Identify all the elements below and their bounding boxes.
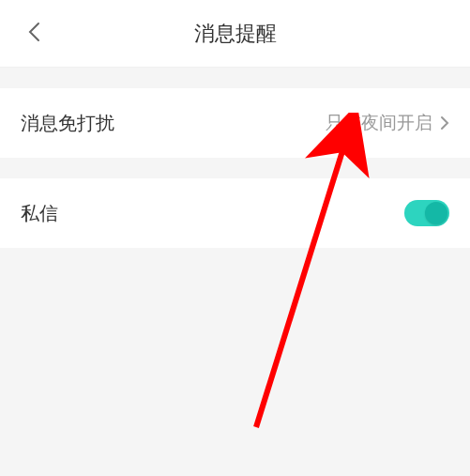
back-icon (27, 22, 40, 46)
toggle-knob (425, 202, 447, 224)
dnd-value: 只在夜间开启 (326, 111, 432, 135)
dm-label: 私信 (21, 201, 404, 226)
dnd-label: 消息免打扰 (21, 111, 326, 136)
section-gap (0, 158, 470, 178)
dm-toggle[interactable] (404, 200, 449, 226)
private-message-row: 私信 (0, 178, 470, 248)
header: 消息提醒 (0, 0, 470, 68)
chevron-right-icon (440, 115, 449, 131)
back-button[interactable] (23, 23, 45, 45)
page-title: 消息提醒 (0, 20, 470, 48)
do-not-disturb-row[interactable]: 消息免打扰 只在夜间开启 (0, 88, 470, 158)
section-gap (0, 68, 470, 88)
